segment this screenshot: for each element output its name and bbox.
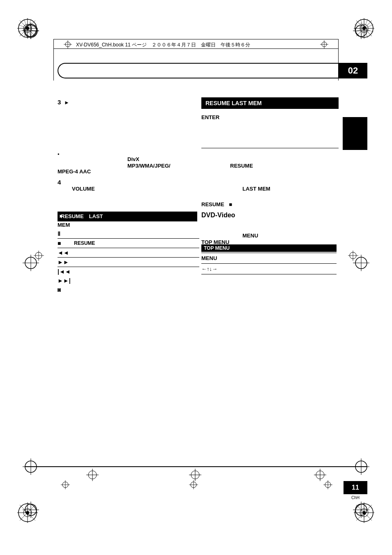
control-row-prev: |◄◄ <box>58 267 199 276</box>
controls-table: Ⅱ ■ RESUME ◄◄ ►► |◄◄ ►►| ◙ <box>58 229 199 294</box>
play-bar-mem: MEM <box>58 222 70 228</box>
header-top-line <box>53 39 339 39</box>
crosshair-mid-left <box>34 251 44 261</box>
control-row-ff: ►► <box>58 258 199 267</box>
right-arrow-item: ←↑↓→ <box>201 265 337 273</box>
enter-label: ENTER <box>201 114 219 120</box>
bottom-fold-line <box>25 466 367 467</box>
cross-mark-bottom-mid-right <box>314 469 326 481</box>
control-row-rew: ◄◄ <box>58 248 199 258</box>
top-menu-bar: TOP MENU <box>201 244 337 252</box>
sunburst-mark-bl <box>16 502 39 524</box>
header-crosshair-right <box>320 40 328 48</box>
control-row-stop: ■ RESUME <box>58 239 199 248</box>
right-divider-3 <box>201 274 337 274</box>
bottom-cross-center <box>189 480 198 489</box>
dvd-video-label: DVD-Video <box>201 212 235 219</box>
resume-stop-line: RESUME ■ <box>201 201 232 207</box>
play-bar-arrow: ► <box>59 213 64 219</box>
note-bullet: • <box>58 151 60 157</box>
sunburst-mark-tr <box>353 17 376 40</box>
play-bar: RESUME LAST <box>58 212 197 221</box>
right-controls-table: TOP MENU MENU ←↑↓→ <box>201 244 337 275</box>
divx-label: DivX <box>127 156 139 162</box>
volume-label: VOLUME <box>72 186 95 192</box>
crosshair-mid-right <box>348 251 358 261</box>
right-menu-item: MENU <box>201 254 337 263</box>
page-sub-label: ChH <box>344 495 367 500</box>
last-mem-label: LAST MEM <box>242 186 270 192</box>
cross-mark-bottom-mid-center <box>189 469 201 481</box>
resume-label-1: RESUME <box>230 163 253 169</box>
right-divider-1 <box>201 253 337 253</box>
sunburst-mark-br <box>353 502 376 524</box>
step4-label: 4 <box>58 179 61 186</box>
file-info-text: XV-DV656_ChH.book 11 ページ ２００６年４月７日 金曜日 午… <box>76 41 250 48</box>
right-vert-line-top <box>338 39 339 81</box>
resume-last-mem-bar: RESUME LAST MEM <box>201 97 339 109</box>
bottom-cross-left <box>61 480 70 489</box>
step3-label: 3 ► <box>58 99 69 106</box>
control-row-disc: ◙ <box>58 285 199 294</box>
control-row-pause: Ⅱ <box>58 229 199 239</box>
side-black-rect <box>343 117 367 150</box>
header-file-info: XV-DV656_ChH.book 11 ページ ２００６年４月７日 金曜日 午… <box>76 41 316 49</box>
sunburst-mark-tl <box>16 17 39 40</box>
right-divider-2 <box>201 263 337 264</box>
left-vert-line-top <box>53 39 54 81</box>
bottom-cross-right <box>323 480 332 489</box>
h-line-1 <box>201 148 339 148</box>
page-number-badge: 11 <box>344 481 367 494</box>
mpeg4-label: MPEG-4 AAC <box>58 168 91 175</box>
cross-mark-bottom-mid-left <box>86 469 99 481</box>
chapter-badge-container: 02 <box>58 63 367 78</box>
mp3-label: MP3/WMA/JPEG/ <box>127 163 171 169</box>
menu-label: MENU <box>242 233 258 239</box>
chapter-curve <box>58 63 339 78</box>
chapter-number: 02 <box>339 63 367 78</box>
control-row-next: ►►| <box>58 276 199 285</box>
header-crosshair-left <box>64 40 72 48</box>
